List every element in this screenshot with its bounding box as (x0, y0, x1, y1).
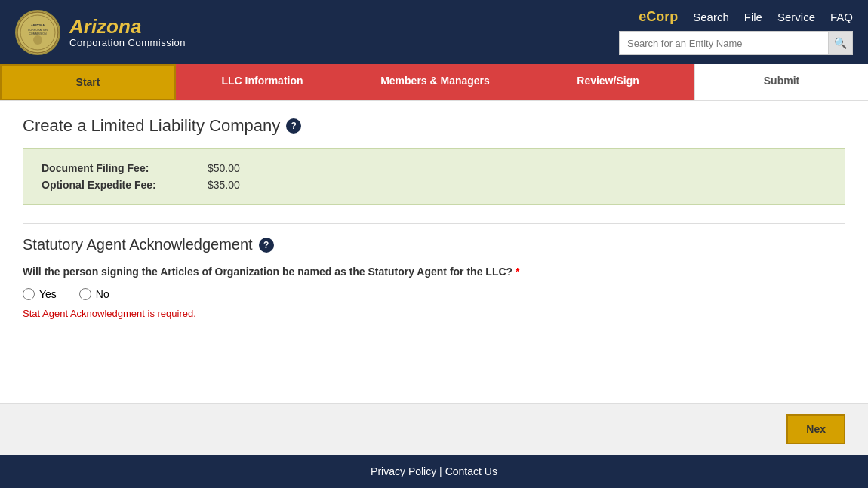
nav-links: eCorp Search File Service FAQ (639, 9, 853, 25)
yes-option[interactable]: Yes (23, 288, 57, 300)
create-llc-title-text: Create a Limited Liability Company (23, 116, 280, 136)
expedite-fee-row: Optional Expedite Fee: $35.00 (42, 179, 826, 191)
arizona-text: Arizona (69, 16, 186, 38)
required-star: * (516, 265, 519, 278)
create-llc-section-title: Create a Limited Liability Company ? (23, 116, 845, 136)
no-option[interactable]: No (79, 288, 109, 300)
file-link[interactable]: File (744, 11, 762, 23)
entity-search-box[interactable]: 🔍 (619, 31, 853, 55)
service-link[interactable]: Service (777, 11, 815, 23)
statutory-radio-group: Yes No (23, 288, 845, 300)
next-button[interactable]: Nex (786, 414, 845, 444)
ecorp-link[interactable]: eCorp (639, 9, 678, 25)
faq-link[interactable]: FAQ (830, 11, 853, 23)
svg-text:COMMISSION: COMMISSION (29, 32, 47, 35)
footer-text: Privacy Policy | Contact Us (371, 465, 497, 477)
fee-box: Document Filing Fee: $50.00 Optional Exp… (23, 148, 845, 205)
statutory-section-title: Statutory Agent Acknowledgement ? (23, 236, 845, 253)
no-label: No (96, 288, 109, 300)
statutory-question-text: Will the person signing the Articles of … (23, 265, 512, 278)
svg-point-5 (33, 35, 42, 45)
tab-llc-information[interactable]: LLC Information (176, 64, 349, 100)
search-input[interactable] (620, 32, 828, 54)
document-fee-label: Document Filing Fee: (42, 162, 208, 174)
statutory-question: Will the person signing the Articles of … (23, 265, 845, 278)
yes-label: Yes (39, 288, 57, 300)
document-fee-value: $50.00 (208, 162, 240, 174)
create-llc-help-icon[interactable]: ? (286, 118, 301, 134)
document-fee-row: Document Filing Fee: $50.00 (42, 162, 826, 174)
tab-start[interactable]: Start (0, 64, 176, 100)
logo: ARIZONA CORPORATION COMMISSION Arizona C… (15, 10, 186, 55)
yes-radio[interactable] (23, 288, 35, 300)
statutory-error: Stat Agent Acknowledgment is required. (23, 308, 845, 319)
agency-name: Arizona Corporation Commission (69, 16, 186, 49)
statutory-title-text: Statutory Agent Acknowledgement (23, 236, 253, 253)
tab-members-managers[interactable]: Members & Managers (349, 64, 522, 100)
bottom-bar: Nex (0, 403, 868, 455)
tab-review-sign[interactable]: Review/Sign (522, 64, 694, 100)
footer: Privacy Policy | Contact Us (0, 455, 868, 488)
search-button[interactable]: 🔍 (828, 32, 852, 54)
search-link[interactable]: Search (693, 11, 729, 23)
header-nav: eCorp Search File Service FAQ 🔍 (619, 9, 853, 55)
seal-logo: ARIZONA CORPORATION COMMISSION (15, 10, 60, 55)
statutory-help-icon[interactable]: ? (259, 238, 274, 253)
no-radio[interactable] (79, 288, 91, 300)
commission-text: Corporation Commission (69, 37, 186, 48)
expedite-fee-value: $35.00 (208, 179, 240, 191)
main-content: Create a Limited Liability Company ? Doc… (0, 101, 868, 403)
svg-text:ARIZONA: ARIZONA (31, 23, 45, 27)
header: ARIZONA CORPORATION COMMISSION Arizona C… (0, 0, 868, 64)
search-icon: 🔍 (834, 37, 847, 49)
tab-submit[interactable]: Submit (694, 64, 868, 100)
expedite-fee-label: Optional Expedite Fee: (42, 179, 208, 191)
section-divider (23, 223, 845, 224)
svg-text:CORPORATION: CORPORATION (28, 29, 48, 32)
tabs-bar: Start LLC Information Members & Managers… (0, 64, 868, 101)
